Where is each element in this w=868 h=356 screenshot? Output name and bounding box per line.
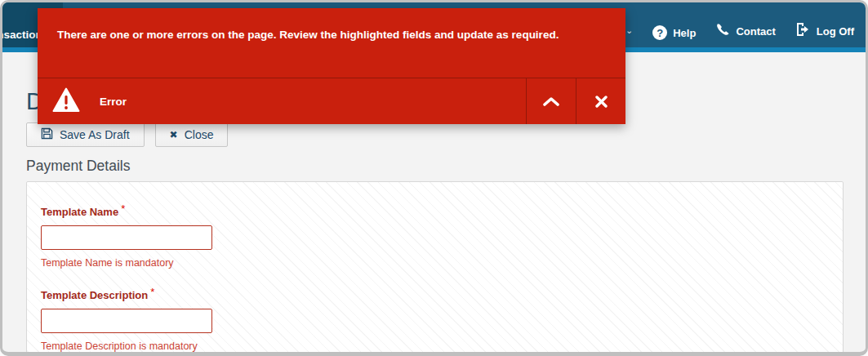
- close-dialog-x-icon: [595, 96, 608, 108]
- toolbar: Save As Draft ✖ Close: [26, 122, 839, 147]
- chevron-down-icon: ⌄: [625, 25, 633, 36]
- logoff-icon: [795, 22, 811, 40]
- save-icon: [41, 127, 53, 142]
- template-description-error: Template Description is mandatory: [41, 340, 843, 352]
- close-label: Close: [185, 128, 214, 141]
- logoff-button[interactable]: Log Off: [795, 22, 854, 40]
- contact-button[interactable]: Contact: [715, 22, 775, 40]
- help-icon: ?: [652, 25, 667, 40]
- save-as-draft-button[interactable]: Save As Draft: [26, 122, 145, 147]
- error-dialog-footer: Error: [38, 78, 625, 124]
- phone-icon: [715, 22, 730, 40]
- chevron-up-icon: [543, 96, 559, 106]
- collapse-dialog-button[interactable]: [526, 78, 576, 124]
- template-name-field-group: Template Name* Template Name is mandator…: [41, 202, 843, 269]
- help-button[interactable]: ? Help: [652, 25, 696, 40]
- required-asterisk: *: [150, 286, 154, 298]
- section-heading-payment-details: Payment Details: [26, 158, 839, 175]
- payment-details-card: Template Name* Template Name is mandator…: [26, 181, 844, 356]
- template-name-input[interactable]: [41, 225, 212, 250]
- template-description-input[interactable]: [41, 309, 212, 333]
- help-label: Help: [673, 27, 696, 39]
- error-message: There are one or more errors on the page…: [38, 8, 625, 78]
- close-button[interactable]: ✖ Close: [155, 122, 229, 147]
- save-as-draft-label: Save As Draft: [60, 128, 130, 141]
- close-dialog-button[interactable]: [576, 78, 625, 124]
- contact-label: Contact: [736, 25, 775, 38]
- page-content: D Save As Draft ✖ Close Payment Details: [2, 89, 866, 356]
- required-asterisk: *: [121, 202, 125, 215]
- app-window: Transactions 14: [0, 0, 868, 356]
- template-name-error: Template Name is mandatory: [41, 257, 843, 269]
- error-dialog: There are one or more errors on the page…: [38, 8, 625, 124]
- close-x-icon: ✖: [170, 129, 178, 140]
- template-name-label: Template Name: [41, 206, 118, 218]
- error-dialog-title: Error: [100, 96, 127, 108]
- template-description-field-group: Template Description* Template Descripti…: [41, 286, 843, 352]
- template-description-label: Template Description: [41, 289, 148, 301]
- logoff-label: Log Off: [817, 25, 854, 38]
- warning-triangle-icon: [52, 87, 80, 116]
